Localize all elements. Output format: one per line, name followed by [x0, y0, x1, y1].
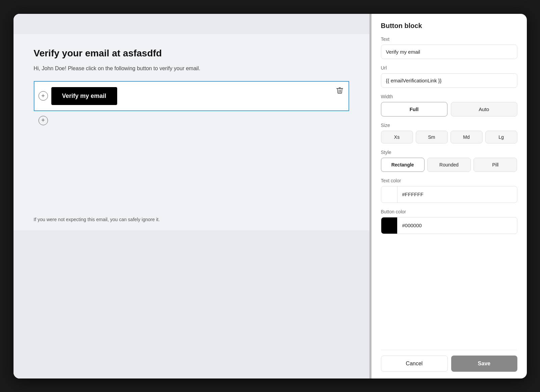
- save-button[interactable]: Save: [451, 356, 517, 372]
- text-color-label: Text color: [381, 178, 517, 183]
- url-input[interactable]: [381, 73, 517, 88]
- text-color-row: [381, 186, 517, 203]
- button-color-label: Button color: [381, 209, 517, 214]
- size-xs-button[interactable]: Xs: [381, 131, 413, 143]
- width-auto-button[interactable]: Auto: [451, 102, 517, 116]
- add-block-top-icon[interactable]: +: [38, 91, 48, 101]
- text-color-input[interactable]: [397, 187, 517, 201]
- style-rectangle-button[interactable]: Rectangle: [381, 158, 425, 172]
- style-rounded-button[interactable]: Rounded: [427, 158, 471, 172]
- cancel-button[interactable]: Cancel: [381, 356, 448, 372]
- button-color-input[interactable]: [397, 218, 517, 232]
- action-bar: Cancel Save: [381, 350, 517, 378]
- verify-button-preview[interactable]: Verify my email: [51, 87, 117, 105]
- delete-block-icon[interactable]: [334, 85, 345, 96]
- settings-panel: Button block Text Url Width Full Auto Si…: [371, 14, 527, 378]
- button-block-container[interactable]: + Verify my email: [34, 81, 349, 111]
- button-color-swatch[interactable]: [381, 217, 397, 234]
- style-button-group: Rectangle Rounded Pill: [381, 158, 517, 172]
- email-content-area: Verify your email at asfasdfd Hi, John D…: [14, 34, 369, 209]
- size-md-button[interactable]: Md: [451, 131, 483, 143]
- text-color-swatch[interactable]: [381, 186, 397, 203]
- email-body-text: Hi, John Doe! Please click on the follow…: [34, 64, 349, 73]
- style-pill-button[interactable]: Pill: [473, 158, 517, 172]
- size-button-group: Xs Sm Md Lg: [381, 131, 517, 143]
- text-input[interactable]: [381, 45, 517, 59]
- email-preview-panel: Verify your email at asfasdfd Hi, John D…: [14, 14, 369, 378]
- panel-title: Button block: [381, 22, 517, 30]
- email-bottom-area: [14, 230, 369, 378]
- button-color-row: [381, 217, 517, 234]
- app-container: Verify your email at asfasdfd Hi, John D…: [14, 14, 527, 378]
- add-below-wrapper: +: [34, 111, 349, 130]
- width-full-button[interactable]: Full: [381, 102, 447, 116]
- style-field-label: Style: [381, 150, 517, 155]
- text-field-label: Text: [381, 36, 517, 42]
- email-heading: Verify your email at asfasdfd: [34, 48, 349, 59]
- width-field-label: Width: [381, 94, 517, 99]
- size-field-label: Size: [381, 123, 517, 128]
- url-field-label: Url: [381, 65, 517, 71]
- email-footer-text: If you were not expecting this email, yo…: [14, 209, 369, 230]
- add-block-bottom-icon[interactable]: +: [38, 116, 48, 125]
- email-top-bar: [14, 14, 369, 34]
- width-button-group: Full Auto: [381, 102, 517, 116]
- size-lg-button[interactable]: Lg: [485, 131, 517, 143]
- size-sm-button[interactable]: Sm: [416, 131, 448, 143]
- settings-scroll-area: Text Url Width Full Auto Size Xs Sm Md L…: [381, 36, 517, 350]
